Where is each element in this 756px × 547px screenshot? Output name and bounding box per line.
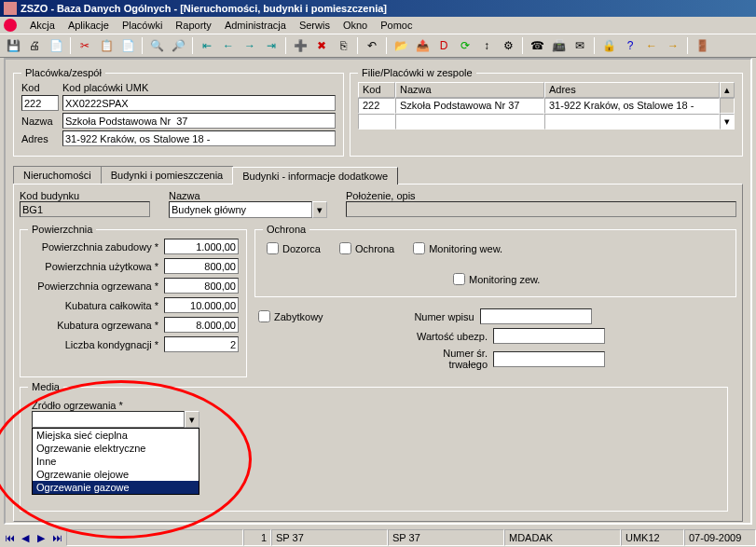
menu-aplikacje[interactable]: Aplikacje bbox=[62, 19, 115, 32]
tool-cut-icon[interactable]: ✂ bbox=[76, 36, 94, 55]
nav-first-icon[interactable]: ⏮ bbox=[2, 530, 17, 545]
menu-pomoc[interactable]: Pomoc bbox=[375, 19, 418, 32]
tool-mail-icon[interactable]: ✉ bbox=[570, 36, 589, 55]
label-nrsr: Numer śr. trwałego bbox=[404, 348, 488, 370]
input-kub[interactable] bbox=[164, 297, 239, 313]
tool-help-icon[interactable]: ? bbox=[621, 36, 639, 55]
status-sp1: SP 37 bbox=[271, 529, 388, 546]
input-kond[interactable] bbox=[164, 336, 239, 352]
input-nrwpisu[interactable] bbox=[480, 308, 592, 324]
nav-prev-icon[interactable]: ◀ bbox=[18, 530, 33, 545]
tool-prev-icon[interactable]: ← bbox=[219, 36, 238, 55]
input-wartosc[interactable] bbox=[493, 328, 605, 344]
tool-first-icon[interactable]: ⇤ bbox=[198, 36, 216, 55]
menu-raporty[interactable]: Raporty bbox=[170, 19, 217, 32]
scroll-down-icon[interactable]: ▾ bbox=[720, 114, 735, 130]
menu-serwis[interactable]: Serwis bbox=[294, 19, 336, 32]
legend-powierzchnia: Powierzchnia bbox=[28, 224, 96, 235]
tool-fwd-icon[interactable]: → bbox=[664, 36, 682, 55]
tool-lock-icon[interactable]: 🔒 bbox=[599, 36, 618, 55]
dropdown-option[interactable]: Inne bbox=[33, 455, 199, 468]
combo-zrodlo[interactable] bbox=[32, 411, 185, 428]
fieldset-ochrona: Ochrona Dozorca Ochrona Monitoring wew. … bbox=[254, 224, 736, 297]
tool-sort-icon[interactable]: ↕ bbox=[477, 36, 496, 55]
col-kod[interactable]: Kod bbox=[358, 82, 395, 98]
chevron-down-icon[interactable]: ▾ bbox=[312, 201, 327, 218]
input-pow-ogr[interactable] bbox=[164, 278, 239, 294]
input-kodumk[interactable] bbox=[62, 95, 336, 111]
input-nazwa[interactable] bbox=[62, 113, 336, 129]
dropdown-option[interactable]: Miejska sieć cieplna bbox=[33, 429, 199, 442]
input-kod[interactable] bbox=[21, 95, 59, 111]
app-icon bbox=[4, 2, 17, 15]
tool-refresh-icon[interactable]: ⟳ bbox=[456, 36, 474, 55]
legend-media: Media bbox=[28, 381, 63, 392]
tab-nieruchomosci[interactable]: Nieruchomości bbox=[13, 166, 102, 184]
tool-print-icon[interactable]: 🖨 bbox=[25, 36, 44, 55]
input-polozenie[interactable] bbox=[346, 201, 736, 217]
menu-akcja[interactable]: Akcja bbox=[24, 19, 61, 32]
label-adres: Adres bbox=[21, 133, 59, 144]
tool-last-icon[interactable]: ⇥ bbox=[262, 36, 281, 55]
table-row[interactable]: 222 Szkoła Podstawowa Nr 37 31-922 Krakó… bbox=[358, 98, 735, 114]
check-monz[interactable]: Monitoring zew. bbox=[453, 273, 540, 285]
tool-paste-icon[interactable]: 📄 bbox=[118, 36, 137, 55]
nav-last-icon[interactable]: ⏭ bbox=[49, 530, 64, 545]
table-row[interactable]: ▾ bbox=[358, 114, 735, 130]
label-kond: Liczba kondygnacji * bbox=[28, 339, 158, 350]
dropdown-option[interactable]: Ogrzewanie gazowe bbox=[33, 481, 199, 494]
tab-budynki[interactable]: Budynki i pomieszczenia bbox=[101, 166, 233, 184]
tool-back-icon[interactable]: ← bbox=[642, 36, 661, 55]
tool-copy-icon[interactable]: 📋 bbox=[97, 36, 116, 55]
tool-save-icon[interactable]: 💾 bbox=[4, 36, 22, 55]
tool-search-icon[interactable]: 🔍 bbox=[147, 36, 166, 55]
tool-filter-icon[interactable]: ⚙ bbox=[499, 36, 517, 55]
dropdown-option[interactable]: Ogrzewanie elektryczne bbox=[33, 442, 199, 455]
check-dozorca[interactable]: Dozorca bbox=[267, 242, 321, 254]
menu-okno[interactable]: Okno bbox=[337, 19, 373, 32]
nav-next-icon[interactable]: ▶ bbox=[34, 530, 48, 545]
input-kod-budynku[interactable] bbox=[20, 201, 150, 217]
input-nrsr[interactable] bbox=[493, 351, 605, 367]
tool-add-icon[interactable]: ➕ bbox=[291, 36, 309, 55]
tool-open-icon[interactable]: 📂 bbox=[392, 36, 410, 55]
input-pow-uzy[interactable] bbox=[164, 258, 239, 274]
tool-phone-icon[interactable]: ☎ bbox=[528, 36, 546, 55]
tool-exit-icon[interactable]: 🚪 bbox=[693, 36, 711, 55]
menu-administracja[interactable]: Administracja bbox=[219, 19, 292, 32]
check-zabytkowy[interactable]: Zabytkowy bbox=[258, 310, 323, 322]
tool-delete-icon[interactable]: D bbox=[434, 36, 453, 55]
input-adres[interactable] bbox=[62, 130, 336, 146]
legend-placowka: Placówka/zespół bbox=[21, 67, 105, 78]
tool-setup-icon[interactable]: 📄 bbox=[47, 36, 65, 55]
dropdown-option[interactable]: Ogrzewanie olejowe bbox=[33, 468, 199, 481]
dropdown-zrodlo[interactable]: Miejska sieć cieplnaOgrzewanie elektrycz… bbox=[32, 428, 199, 495]
cell-kod: 222 bbox=[358, 98, 395, 114]
status-sp2: SP 37 bbox=[388, 529, 504, 546]
menu-placowki[interactable]: Placówki bbox=[117, 19, 168, 32]
col-nazwa[interactable]: Nazwa bbox=[395, 82, 544, 98]
tab-panel: Kod budynku Nazwa ▾ Położenie, opis Powi… bbox=[13, 184, 743, 522]
check-monw[interactable]: Monitoring wew. bbox=[413, 242, 502, 254]
label-polozenie: Położenie, opis bbox=[346, 190, 736, 201]
tool-dup-icon[interactable]: ⎘ bbox=[334, 36, 352, 55]
tab-budynki-info[interactable]: Budynki - informacje dodatkowe bbox=[232, 167, 398, 185]
check-ochrona[interactable]: Ochrona bbox=[339, 242, 394, 254]
tool-searchnext-icon[interactable]: 🔎 bbox=[169, 36, 187, 55]
tool-next-icon[interactable]: → bbox=[241, 36, 259, 55]
legend-ochrona: Ochrona bbox=[263, 224, 309, 235]
tool-del-icon[interactable]: ✖ bbox=[312, 36, 331, 55]
input-pow-zab[interactable] bbox=[164, 239, 239, 254]
fieldset-powierzchnia: Powierzchnia Powierzchnia zabudowy * Pow… bbox=[20, 224, 247, 377]
app-logo-icon bbox=[4, 19, 17, 32]
col-adres[interactable]: Adres bbox=[544, 82, 720, 98]
chevron-down-icon[interactable]: ▾ bbox=[185, 411, 199, 428]
combo-budynek-nazwa[interactable] bbox=[169, 201, 312, 218]
scroll-track[interactable] bbox=[720, 98, 735, 114]
input-kubogr[interactable] bbox=[164, 317, 239, 333]
tool-fax-icon[interactable]: 📠 bbox=[549, 36, 568, 55]
tool-export-icon[interactable]: 📤 bbox=[413, 36, 432, 55]
label-zrodlo: Źródło ogrzewania * bbox=[32, 400, 211, 411]
tool-undo-icon[interactable]: ↶ bbox=[363, 36, 381, 55]
scroll-up-icon[interactable]: ▴ bbox=[720, 82, 735, 98]
